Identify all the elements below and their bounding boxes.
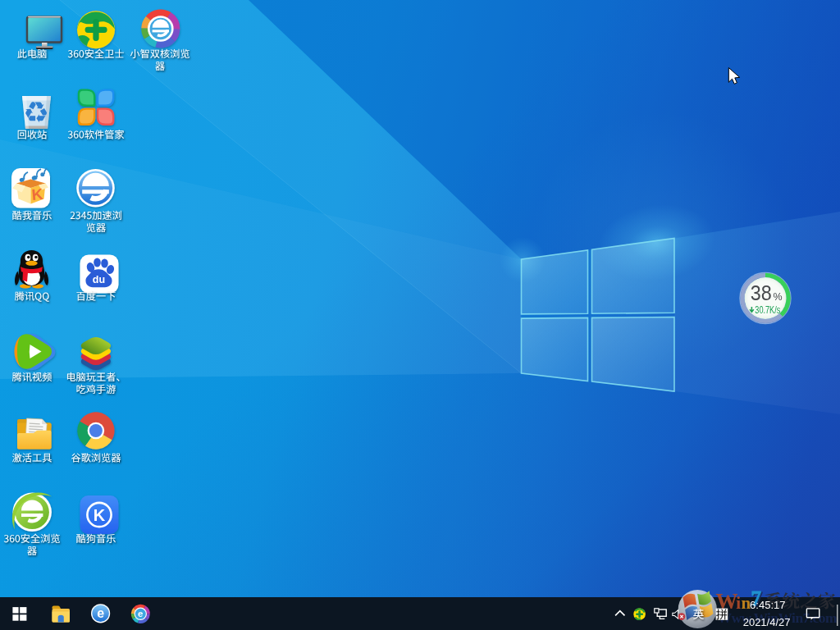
svg-text:38: 38	[751, 281, 772, 305]
svg-text:K: K	[94, 506, 106, 524]
svg-text:30.7K/s: 30.7K/s	[755, 304, 780, 316]
svg-text:6:45:17: 6:45:17	[750, 599, 785, 611]
svg-text:e: e	[138, 609, 143, 619]
svg-text:du: du	[93, 274, 105, 285]
svg-text:2021/4/27: 2021/4/27	[743, 616, 791, 628]
svg-text:K: K	[31, 185, 44, 203]
svg-text:e: e	[97, 606, 104, 620]
svg-text:%: %	[774, 291, 783, 303]
